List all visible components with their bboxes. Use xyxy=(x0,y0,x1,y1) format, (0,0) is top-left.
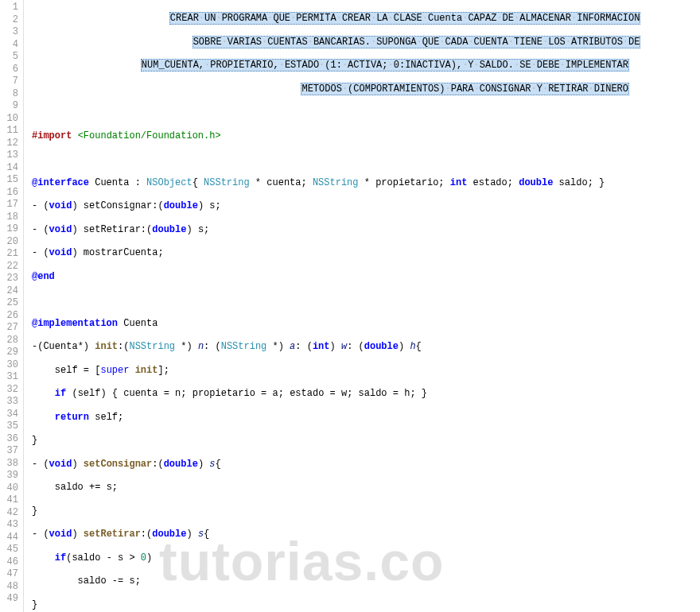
code-line[interactable]: -(Cuenta*) init:(NSString *) n: (NSStrin… xyxy=(32,341,700,354)
code-line[interactable]: @end xyxy=(32,271,700,284)
line-number: 2 xyxy=(2,14,18,27)
line-number: 24 xyxy=(2,285,18,298)
line-number: 38 xyxy=(2,458,18,471)
line-number: 42 xyxy=(2,507,18,520)
line-number: 19 xyxy=(2,223,18,236)
code-editor[interactable]: 1234567891011121314151617181920212223242… xyxy=(0,0,700,612)
code-line[interactable]: saldo += s; xyxy=(32,482,700,494)
code-line[interactable]: @implementation Cuenta xyxy=(32,318,700,331)
line-number: 26 xyxy=(2,310,18,323)
line-number: 22 xyxy=(2,261,18,273)
line-number: 13 xyxy=(2,149,18,162)
code-line[interactable]: - (void) setConsignar:(double) s{ xyxy=(32,459,700,471)
line-number: 7 xyxy=(2,76,18,88)
line-gutter: 1234567891011121314151617181920212223242… xyxy=(0,0,24,612)
line-number: 43 xyxy=(2,519,18,532)
line-number: 29 xyxy=(2,347,18,359)
line-number: 48 xyxy=(2,581,18,594)
code-line[interactable]: @interface Cuenta : NSObject{ NSString *… xyxy=(32,177,700,190)
code-line[interactable]: self = [super init]; xyxy=(32,365,700,378)
line-number: 8 xyxy=(2,88,18,101)
code-line[interactable]: NUM_CUENTA,·PROPIETARIO,·ESTADO·(1:·ACTI… xyxy=(32,60,700,72)
code-line[interactable]: if (self) { cuenta = n; propietario = a;… xyxy=(32,388,700,401)
line-number: 49 xyxy=(2,593,18,606)
code-line[interactable]: - (void) setRetirar:(double) s; xyxy=(32,224,700,237)
line-number: 39 xyxy=(2,470,18,482)
line-number: 31 xyxy=(2,371,18,384)
line-number: 32 xyxy=(2,384,18,397)
code-line[interactable]: METODOS·(COMPORTAMIENTOS)·PARA·CONSIGNAR… xyxy=(32,83,700,96)
line-number: 33 xyxy=(2,396,18,409)
code-line[interactable]: CREAR·UN·PROGRAMA·QUE·PERMITA·CREAR·LA·C… xyxy=(32,13,700,25)
line-number: 46 xyxy=(2,556,18,569)
line-number: 4 xyxy=(2,39,18,52)
line-number: 6 xyxy=(2,64,18,76)
highlighted-text: SOBRE·VARIAS·CUENTAS·BANCARIAS.·SUPONGA·… xyxy=(192,36,641,48)
highlighted-text: METODOS·(COMPORTAMIENTOS)·PARA·CONSIGNAR… xyxy=(301,83,629,95)
line-number: 5 xyxy=(2,51,18,64)
line-number: 14 xyxy=(2,162,18,175)
code-line[interactable]: } xyxy=(32,505,700,518)
line-number: 21 xyxy=(2,248,18,261)
code-line[interactable]: return self; xyxy=(32,412,700,424)
code-line[interactable]: saldo -= s; xyxy=(32,575,700,588)
code-line[interactable]: #import <Foundation/Foundation.h> xyxy=(32,130,700,143)
code-area[interactable]: CREAR·UN·PROGRAMA·QUE·PERMITA·CREAR·LA·C… xyxy=(24,0,700,612)
line-number: 30 xyxy=(2,359,18,372)
code-line[interactable]: - (void) setConsignar:(double) s; xyxy=(32,200,700,213)
line-number: 1 xyxy=(2,2,18,14)
highlighted-text: CREAR·UN·PROGRAMA·QUE·PERMITA·CREAR·LA·C… xyxy=(169,12,641,25)
line-number: 34 xyxy=(2,409,18,421)
line-number: 45 xyxy=(2,544,18,556)
line-number: 11 xyxy=(2,125,18,138)
code-line[interactable]: SOBRE·VARIAS·CUENTAS·BANCARIAS.·SUPONGA·… xyxy=(32,37,700,49)
line-number: 44 xyxy=(2,532,18,544)
line-number: 18 xyxy=(2,211,18,224)
line-number: 41 xyxy=(2,494,18,507)
line-number: 37 xyxy=(2,445,18,458)
line-number: 47 xyxy=(2,568,18,581)
line-number: 16 xyxy=(2,187,18,199)
highlighted-text: NUM_CUENTA,·PROPIETARIO,·ESTADO·(1:·ACTI… xyxy=(141,59,629,72)
line-number: 28 xyxy=(2,335,18,347)
code-line[interactable]: } xyxy=(32,435,700,447)
line-number: 23 xyxy=(2,273,18,285)
line-number: 17 xyxy=(2,199,18,211)
line-number: 40 xyxy=(2,482,18,495)
code-line[interactable]: - (void) mostrarCuenta; xyxy=(32,247,700,260)
code-line[interactable]: } xyxy=(32,599,700,612)
code-line[interactable] xyxy=(32,294,700,307)
line-number: 25 xyxy=(2,297,18,310)
line-number: 12 xyxy=(2,138,18,150)
line-number: 10 xyxy=(2,113,18,126)
code-line[interactable] xyxy=(32,153,700,166)
line-number: 35 xyxy=(2,420,18,433)
code-line[interactable]: - (void) setRetirar:(double) s{ xyxy=(32,529,700,541)
line-number: 36 xyxy=(2,433,18,446)
code-line[interactable] xyxy=(32,107,700,119)
line-number: 9 xyxy=(2,100,18,113)
line-number: 20 xyxy=(2,236,18,249)
line-number: 15 xyxy=(2,174,18,187)
line-number: 3 xyxy=(2,26,18,39)
line-number: 27 xyxy=(2,322,18,335)
code-line[interactable]: if(saldo - s > 0) xyxy=(32,552,700,565)
